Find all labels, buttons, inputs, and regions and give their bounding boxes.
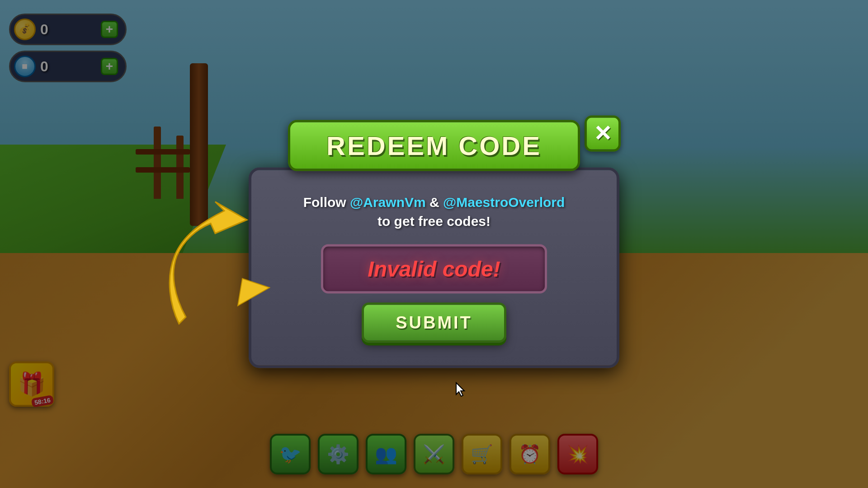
follow-text: Follow @ArawnVm & @MaestroOverlord to ge… bbox=[303, 193, 565, 231]
code-input-section: Invalid code! SUBMIT bbox=[278, 244, 590, 343]
submit-label: SUBMIT bbox=[396, 313, 472, 332]
handle2: @MaestroOverlord bbox=[443, 195, 565, 210]
modal-title-bar: REDEEM CODE bbox=[288, 120, 580, 171]
modal-body: Follow @ArawnVm & @MaestroOverlord to ge… bbox=[249, 168, 619, 368]
code-status-text: Invalid code! bbox=[368, 257, 500, 281]
follow-text-line1: Follow @ArawnVm & @MaestroOverlord bbox=[303, 195, 565, 210]
code-display-box[interactable]: Invalid code! bbox=[321, 244, 547, 294]
modal-close-button[interactable]: ✕ bbox=[585, 116, 621, 152]
handle1: @ArawnVm bbox=[350, 195, 426, 210]
submit-button[interactable]: SUBMIT bbox=[362, 303, 506, 343]
arrow-decoration bbox=[152, 197, 278, 342]
svg-marker-0 bbox=[238, 279, 269, 306]
close-icon: ✕ bbox=[594, 123, 612, 145]
follow-text-line2: to get free codes! bbox=[377, 214, 491, 229]
modal-title: REDEEM CODE bbox=[326, 131, 542, 160]
redeem-code-modal: REDEEM CODE ✕ Follow @ArawnVm & @Maestro… bbox=[249, 120, 619, 368]
